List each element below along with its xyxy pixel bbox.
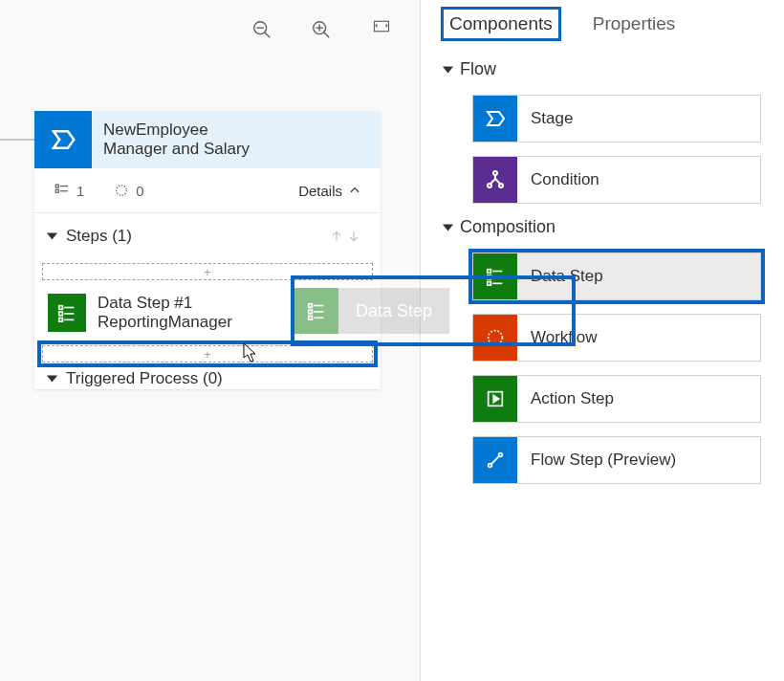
action-step-icon [473, 376, 517, 422]
panel-tabs: Components Properties [444, 10, 761, 38]
svg-rect-10 [55, 189, 58, 192]
stage-header[interactable]: NewEmployee Manager and Salary [34, 111, 381, 168]
workflow-icon [473, 315, 517, 361]
component-label: Flow Step (Preview) [517, 450, 676, 470]
data-step-icon [473, 253, 517, 299]
fields-count: 1 [54, 182, 84, 199]
reorder-arrows[interactable] [329, 229, 361, 244]
component-label: Data Step [517, 267, 603, 286]
stage-title-line1: NewEmployee [103, 121, 250, 140]
svg-point-12 [117, 186, 127, 196]
stage-icon [473, 96, 517, 142]
svg-point-34 [489, 331, 503, 345]
triangle-icon [443, 66, 453, 73]
component-workflow[interactable]: Workflow [472, 314, 761, 362]
data-step-item[interactable]: Data Step #1 ReportingManager [34, 284, 381, 341]
stage-meta-row: 1 0 Details [34, 168, 381, 213]
component-label: Workflow [517, 328, 598, 347]
svg-point-25 [493, 171, 497, 175]
details-toggle[interactable]: Details [298, 183, 361, 199]
svg-rect-30 [488, 275, 491, 279]
data-step-subname: ReportingManager [98, 313, 232, 332]
component-label: Action Step [517, 389, 614, 408]
zoom-in-icon[interactable] [311, 19, 332, 40]
component-stage[interactable]: Stage [472, 95, 761, 143]
flow-step-icon [473, 437, 517, 483]
tab-properties[interactable]: Properties [587, 10, 682, 38]
svg-rect-28 [488, 270, 491, 274]
svg-rect-15 [59, 312, 63, 316]
stage-icon [34, 111, 92, 168]
steps-header[interactable]: Steps (1) [34, 213, 381, 259]
component-data-step[interactable]: Data Step [472, 253, 761, 300]
workflows-count: 0 [113, 182, 143, 199]
dropzone-after-step[interactable]: + [42, 345, 373, 362]
component-label: Condition [517, 170, 599, 189]
canvas-toolbar [251, 19, 391, 40]
component-flow-step[interactable]: Flow Step (Preview) [472, 436, 761, 484]
stage-card[interactable]: NewEmployee Manager and Salary 1 0 [34, 111, 381, 389]
canvas-area: NewEmployee Manager and Salary 1 0 [0, 0, 421, 681]
component-action-step[interactable]: Action Step [472, 375, 761, 423]
section-composition[interactable]: Composition [444, 217, 761, 237]
component-condition[interactable]: Condition [472, 156, 761, 204]
stage-connector-line [0, 139, 34, 141]
svg-rect-32 [488, 282, 491, 286]
zoom-out-icon[interactable] [251, 19, 272, 40]
triggered-process-header[interactable]: Triggered Process (0) [34, 366, 381, 389]
svg-point-26 [488, 184, 491, 187]
svg-point-27 [499, 184, 503, 187]
svg-line-4 [324, 33, 330, 38]
tab-components[interactable]: Components [444, 10, 558, 38]
svg-rect-13 [59, 306, 63, 310]
component-label: Stage [517, 109, 573, 128]
section-flow[interactable]: Flow [444, 59, 761, 79]
triangle-icon [47, 375, 57, 382]
triangle-icon [47, 232, 57, 239]
chevron-up-icon [348, 184, 361, 197]
data-step-name: Data Step #1 [98, 294, 232, 313]
stage-title-line2: Manager and Salary [103, 140, 250, 159]
condition-icon [473, 157, 517, 203]
svg-line-1 [265, 33, 271, 38]
triangle-icon [443, 224, 453, 231]
fit-screen-icon[interactable] [370, 19, 391, 40]
data-step-icon [48, 294, 86, 332]
stage-title: NewEmployee Manager and Salary [92, 111, 261, 168]
svg-rect-8 [55, 185, 58, 187]
svg-rect-17 [59, 319, 63, 322]
side-panel: Components Properties Flow Stage Conditi… [421, 0, 784, 681]
dropzone-before-step[interactable]: + [42, 263, 373, 280]
